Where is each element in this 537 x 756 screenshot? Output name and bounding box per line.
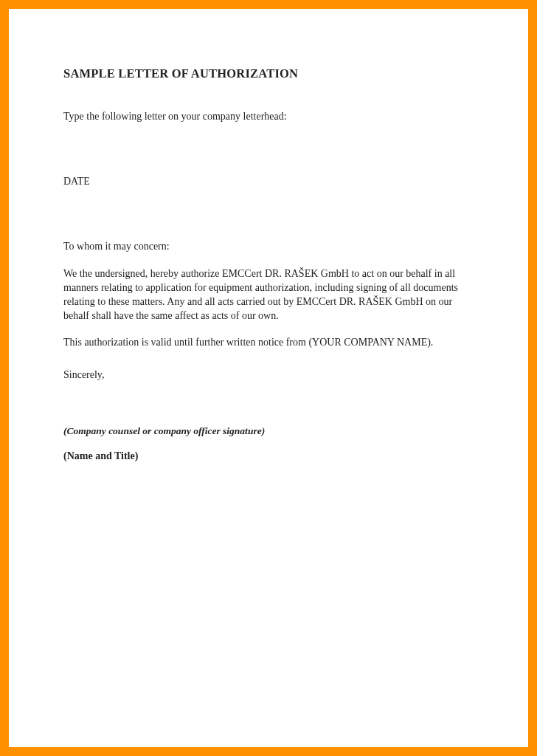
salutation-line: To whom it may concern: <box>63 241 474 252</box>
closing-line: Sincerely, <box>63 369 474 381</box>
date-placeholder: DATE <box>63 176 474 188</box>
validity-statement: This authorization is valid until furthe… <box>63 337 474 348</box>
body-paragraph: We the undersigned, hereby authorize EMC… <box>63 267 474 323</box>
authorized-company-1: EMCCert DR. RAŠEK GmbH <box>222 268 349 279</box>
authorized-company-2: EMCCert DR. RAŠEK GmbH <box>297 296 423 307</box>
signature-placeholder: (Company counsel or company officer sign… <box>63 425 474 437</box>
document-title: SAMPLE LETTER OF AUTHORIZATION <box>63 66 474 81</box>
instruction-text: Type the following letter on your compan… <box>63 111 474 123</box>
body-prefix: We the undersigned, hereby authorize <box>63 268 222 279</box>
document-page: SAMPLE LETTER OF AUTHORIZATION Type the … <box>9 9 528 747</box>
name-title-placeholder: (Name and Title) <box>63 450 474 462</box>
